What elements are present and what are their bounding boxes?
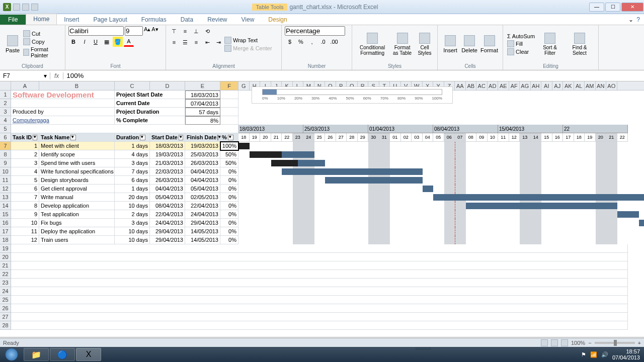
page-break-view-icon[interactable] (561, 339, 568, 346)
column-header[interactable]: AM (585, 81, 596, 90)
task-finish[interactable]: 22/04/2013 (185, 202, 220, 210)
currency-icon[interactable]: $ (285, 37, 295, 47)
task-name[interactable]: Spend time with users (39, 159, 115, 167)
task-duration[interactable]: 6 days (115, 176, 150, 185)
italic-button[interactable]: I (79, 37, 90, 47)
insert-cells-button[interactable]: Insert (441, 26, 460, 62)
find-select-button[interactable]: Find & Select (564, 26, 595, 62)
align-bottom-icon[interactable]: ⊥ (191, 26, 201, 36)
task-duration[interactable]: 2 days (115, 210, 150, 219)
task-id[interactable]: 5 (11, 176, 39, 185)
task-name[interactable]: Fix bugs (39, 219, 115, 227)
orientation-icon[interactable]: ⟲ (202, 26, 212, 36)
task-id[interactable]: 12 (11, 236, 39, 244)
task-id[interactable]: 11 (11, 227, 39, 236)
merge-center-button[interactable]: Merge & Center (224, 45, 272, 52)
font-size-select[interactable] (125, 26, 143, 36)
excel-taskbar-icon[interactable]: X (76, 348, 101, 361)
column-header[interactable]: AB (466, 81, 477, 90)
redo-icon[interactable] (31, 4, 38, 11)
column-header[interactable]: D (150, 81, 185, 90)
maximize-button[interactable]: ☐ (605, 3, 620, 12)
column-header[interactable]: AG (520, 81, 531, 90)
task-id[interactable]: 4 (11, 167, 39, 176)
row-header[interactable]: 3 (0, 108, 11, 116)
autosum-button[interactable]: Σ AutoSum (507, 33, 535, 39)
task-percent[interactable]: 0% (220, 193, 238, 202)
column-header[interactable]: C (115, 81, 150, 90)
wrap-text-button[interactable]: Wrap Text (224, 37, 272, 44)
task-percent[interactable]: 0% (220, 219, 238, 227)
cell[interactable] (220, 116, 238, 125)
task-id[interactable]: 3 (11, 159, 39, 167)
row-header[interactable]: 1 (0, 90, 11, 99)
task-finish[interactable]: 02/05/2013 (185, 193, 220, 202)
filter-dropdown-icon[interactable] (70, 135, 76, 140)
cell[interactable] (11, 253, 628, 261)
minimize-button[interactable]: — (589, 3, 604, 12)
column-header[interactable]: AO (606, 81, 617, 90)
row-header[interactable]: 8 (0, 150, 11, 159)
task-start[interactable]: 19/03/2013 (150, 150, 185, 159)
comma-icon[interactable]: , (307, 37, 317, 47)
task-percent[interactable]: 0% (220, 202, 238, 210)
task-duration[interactable]: 3 days (115, 159, 150, 167)
sort-filter-button[interactable]: Sort & Filter (536, 26, 564, 62)
conditional-formatting-button[interactable]: Conditional Formatting (355, 26, 389, 62)
task-percent[interactable]: 0% (220, 210, 238, 219)
align-top-icon[interactable]: ⊤ (169, 26, 179, 36)
project-info[interactable] (11, 99, 115, 108)
zoom-in-icon[interactable]: + (638, 340, 641, 346)
task-name[interactable]: Train users (39, 236, 115, 244)
clear-button[interactable]: Clear (507, 48, 535, 55)
cell[interactable] (11, 125, 238, 133)
name-box[interactable]: F7▾ (0, 72, 50, 79)
paste-button[interactable]: Paste (3, 26, 22, 62)
cut-button[interactable]: Cut (23, 30, 61, 37)
task-percent[interactable]: 0% (220, 167, 238, 176)
align-right-icon[interactable]: ≡ (191, 37, 201, 47)
chevron-down-icon[interactable]: ▾ (44, 72, 47, 79)
task-finish[interactable]: 29/04/2013 (185, 219, 220, 227)
cell[interactable] (11, 261, 628, 270)
normal-view-icon[interactable] (541, 339, 548, 346)
task-percent[interactable]: 50% (220, 150, 238, 159)
task-start[interactable]: 22/04/2013 (150, 210, 185, 219)
tray-network-icon[interactable]: 📶 (590, 351, 597, 358)
column-header[interactable]: E (185, 81, 220, 90)
task-percent[interactable]: 0% (220, 227, 238, 236)
task-id[interactable]: 8 (11, 202, 39, 210)
task-start[interactable]: 08/04/2013 (150, 202, 185, 210)
row-header[interactable]: 28 (0, 321, 11, 330)
task-name[interactable]: Identify scope (39, 150, 115, 159)
row-header[interactable]: 10 (0, 167, 11, 176)
row-header[interactable]: 2 (0, 99, 11, 108)
column-header[interactable]: AL (574, 81, 585, 90)
font-color-button[interactable]: A (124, 37, 134, 47)
task-percent[interactable]: 100% (220, 142, 238, 150)
task-name[interactable]: Write functional specifications (39, 167, 115, 176)
row-header[interactable]: 21 (0, 261, 11, 270)
dec-decimal-icon[interactable]: .00 (329, 37, 339, 47)
align-middle-icon[interactable]: ≡ (180, 26, 190, 36)
insert-tab[interactable]: Insert (57, 15, 86, 25)
increase-font-icon[interactable]: A▴ (144, 26, 150, 36)
cell[interactable] (11, 296, 628, 304)
row-header[interactable]: 24 (0, 287, 11, 296)
task-start[interactable]: 21/03/2013 (150, 159, 185, 167)
task-id[interactable]: 7 (11, 193, 39, 202)
file-tab[interactable]: File (0, 15, 26, 25)
cell[interactable] (11, 287, 628, 296)
task-percent[interactable]: 0% (220, 236, 238, 244)
cell[interactable] (11, 313, 628, 321)
column-header[interactable]: AH (531, 81, 542, 90)
start-button[interactable] (0, 347, 23, 362)
column-header[interactable]: AJ (552, 81, 564, 90)
task-start[interactable]: 05/04/2013 (150, 193, 185, 202)
task-start[interactable]: 29/04/2013 (150, 236, 185, 244)
task-start[interactable]: 26/03/2013 (150, 176, 185, 185)
column-header[interactable]: F (220, 81, 238, 90)
zoom-out-icon[interactable]: − (588, 340, 591, 346)
fx-icon[interactable]: fx (50, 72, 63, 79)
task-id[interactable]: 9 (11, 210, 39, 219)
